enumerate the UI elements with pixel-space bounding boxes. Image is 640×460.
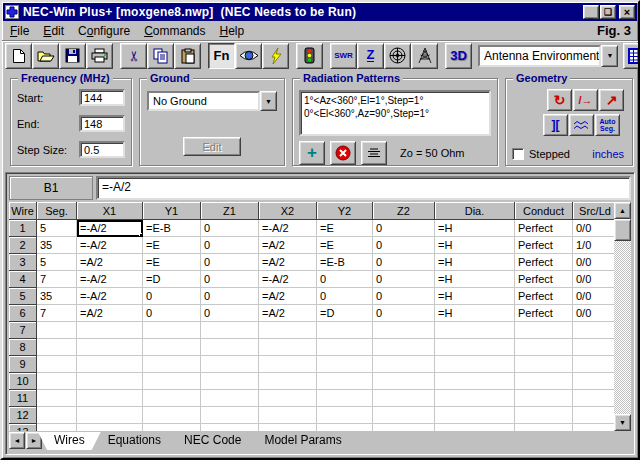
delete-pattern-button[interactable]	[330, 141, 356, 165]
grid-cell[interactable]	[317, 356, 373, 373]
scrollbar-thumb[interactable]	[614, 219, 631, 241]
grid-cell[interactable]	[573, 339, 614, 356]
tab-model-params[interactable]: Model Params	[248, 432, 357, 450]
grid-cell[interactable]: =A/2	[259, 254, 317, 271]
column-header-z2[interactable]: Z2	[373, 202, 435, 220]
grid-cell[interactable]: =-A/2	[77, 237, 143, 254]
grid-cell[interactable]	[435, 373, 515, 390]
cut-button[interactable]: ✂	[120, 43, 147, 69]
menu-item-file[interactable]: File	[3, 22, 36, 40]
rotate-wire-button[interactable]: ↻	[547, 89, 572, 111]
grid-cell[interactable]: =H	[435, 271, 515, 288]
column-header-y2[interactable]: Y2	[317, 202, 373, 220]
grid-cell[interactable]: =E	[317, 237, 373, 254]
menu-item-help[interactable]: Help	[212, 22, 251, 40]
grid-cell[interactable]	[317, 390, 373, 407]
grid-cell[interactable]: 0	[373, 220, 435, 237]
grid-cell[interactable]	[37, 390, 77, 407]
grid-cell[interactable]: 0	[201, 237, 259, 254]
grid-cell[interactable]: =E	[143, 254, 201, 271]
grid-cell[interactable]	[259, 390, 317, 407]
grid-cell[interactable]: Perfect	[515, 254, 573, 271]
scroll-up-button[interactable]: ▲	[614, 202, 631, 219]
grid-cell[interactable]: 7	[37, 305, 77, 322]
grid-cell[interactable]: =E-B	[143, 220, 201, 237]
grid-cell[interactable]	[573, 407, 614, 424]
impedance-button[interactable]: Z	[357, 43, 384, 69]
fn-equations-button[interactable]: Fn	[208, 43, 235, 69]
freq-step-input[interactable]: 0.5	[79, 141, 125, 158]
grid-cell[interactable]: =H	[435, 305, 515, 322]
view-antenna-button[interactable]	[235, 43, 262, 69]
grid-cell[interactable]	[317, 373, 373, 390]
grid-cell[interactable]: 0	[373, 237, 435, 254]
grid-cell[interactable]	[515, 390, 573, 407]
grid-cell[interactable]	[317, 424, 373, 431]
grid-cell[interactable]: 0	[201, 254, 259, 271]
column-header-y1[interactable]: Y1	[143, 202, 201, 220]
grid-cell[interactable]: 0/0	[573, 271, 614, 288]
grid-cell[interactable]	[201, 424, 259, 431]
grid-cell[interactable]	[573, 424, 614, 431]
tab-scroll-left-button[interactable]: ◄	[9, 432, 25, 449]
grid-cell[interactable]: =A/2	[77, 305, 143, 322]
grid-cell[interactable]	[573, 373, 614, 390]
grid-cell[interactable]: 35	[37, 237, 77, 254]
grid-cell[interactable]: 0	[317, 271, 373, 288]
row-header-7[interactable]: 7	[9, 322, 37, 339]
grid-cell[interactable]: Perfect	[515, 271, 573, 288]
grid-cell[interactable]	[201, 373, 259, 390]
grid-cell[interactable]	[259, 407, 317, 424]
run-nec-button[interactable]	[262, 43, 289, 69]
pattern-plot-button[interactable]	[384, 43, 411, 69]
cell-reference-box[interactable]: B1	[9, 176, 93, 200]
row-header-5[interactable]: 5	[9, 288, 37, 305]
grid-cell[interactable]: =-A/2	[259, 220, 317, 237]
column-header-src-ld[interactable]: Src/Ld	[573, 202, 614, 220]
grid-cell[interactable]: 0	[373, 305, 435, 322]
grid-cell[interactable]	[573, 356, 614, 373]
grid-cell[interactable]	[201, 390, 259, 407]
ground-edit-button[interactable]: Edit	[183, 137, 241, 156]
grid-cell[interactable]	[435, 322, 515, 339]
grid-cell[interactable]	[373, 356, 435, 373]
row-header-2[interactable]: 2	[9, 237, 37, 254]
end-connect-button[interactable]: ][	[543, 114, 568, 136]
row-header-13[interactable]: 13	[9, 424, 37, 431]
grid-cell[interactable]: 0/0	[573, 220, 614, 237]
grid-cell[interactable]: 0/0	[573, 288, 614, 305]
grid-cell[interactable]	[259, 373, 317, 390]
column-header-seg-[interactable]: Seg.	[37, 202, 77, 220]
grid-cell[interactable]	[373, 322, 435, 339]
grid-cell[interactable]	[515, 424, 573, 431]
grid-cell[interactable]: 0	[143, 305, 201, 322]
row-header-9[interactable]: 9	[9, 356, 37, 373]
view-3d-button[interactable]: 3D	[445, 43, 472, 69]
row-header-8[interactable]: 8	[9, 339, 37, 356]
environment-dropdown[interactable]: Antenna Environment ▼	[478, 45, 618, 67]
row-header-3[interactable]: 3	[9, 254, 37, 271]
antenna-view-button[interactable]	[411, 43, 438, 69]
vertical-scrollbar[interactable]: ▲ ▼	[614, 202, 631, 431]
pattern-list-button[interactable]	[361, 141, 387, 165]
title-bar[interactable]: NEC-Win Plus+ [moxgene8.nwp] (NEC Needs …	[3, 3, 637, 21]
row-header-12[interactable]: 12	[9, 407, 37, 424]
segment-wave-button[interactable]	[569, 114, 594, 136]
minimize-button[interactable]: _	[583, 5, 599, 19]
auto-segment-button[interactable]: AutoSeg.	[595, 114, 620, 136]
radiation-pattern-line[interactable]: 1°<Az<360°,El=1°,Step=1°	[304, 94, 489, 107]
grid-cell[interactable]: =E	[317, 220, 373, 237]
grid-cell[interactable]: 0/0	[573, 254, 614, 271]
grid-cell[interactable]	[435, 390, 515, 407]
grid-cell[interactable]: =A/2	[259, 288, 317, 305]
grid-cell[interactable]: 0	[373, 288, 435, 305]
grid-cell[interactable]	[515, 322, 573, 339]
grid-cell[interactable]: Perfect	[515, 288, 573, 305]
column-header-wire[interactable]: Wire	[9, 202, 37, 220]
wire-grid[interactable]: WireSeg.X1Y1Z1X2Y2Z2Dia.ConductSrc/Ld 15…	[9, 202, 614, 431]
grid-cell[interactable]	[77, 339, 143, 356]
scrollbar-track[interactable]	[614, 241, 631, 414]
row-header-1[interactable]: 1	[9, 220, 37, 237]
close-button[interactable]: ×	[619, 5, 635, 19]
grid-cell[interactable]	[259, 339, 317, 356]
